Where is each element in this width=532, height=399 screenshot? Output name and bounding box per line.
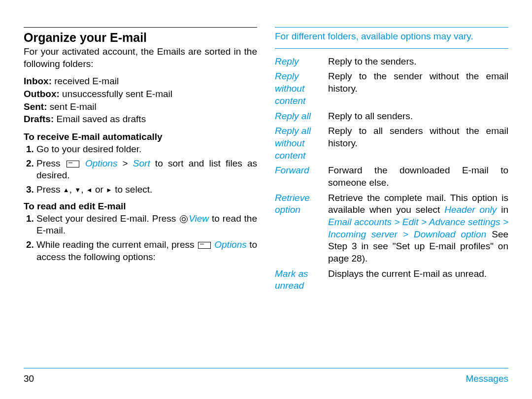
menu-path: Options: [80, 158, 118, 168]
menu-path: Sort: [133, 158, 150, 168]
menu-path: Header only: [444, 204, 497, 215]
arrow-left-icon: ◄: [86, 186, 93, 194]
section-title: Organize your E-mail: [24, 31, 257, 45]
option-desc: Displays the current E-mail as unread.: [328, 268, 508, 292]
options-note: For different folders, available options…: [275, 28, 508, 45]
steps-receive: Go to your desired folder. Press Options…: [24, 143, 257, 196]
list-item: Press ▲, ▼, ◄ or ► to select.: [36, 184, 257, 196]
table-row: ReplyReply to the senders.: [275, 56, 508, 68]
option-label: Retrieve option: [275, 192, 328, 265]
folder-desc: received E-mail: [52, 76, 119, 86]
option-label: Reply all without content: [275, 125, 328, 162]
page-footer: 30 Messages: [24, 368, 508, 384]
list-item: Go to your desired folder.: [36, 143, 257, 156]
table-row: Mark as unreadDisplays the current E-mai…: [275, 268, 508, 292]
arrow-right-icon: ►: [106, 186, 112, 194]
options-table: ReplyReply to the senders. Reply without…: [275, 53, 508, 295]
option-desc: Reply to all senders.: [328, 110, 508, 123]
folder-desc: Email saved as drafts: [54, 114, 146, 124]
menu-path: View: [189, 213, 209, 224]
center-key-icon: [180, 215, 188, 223]
option-desc: Reply to the senders.: [328, 56, 508, 68]
table-row: Retrieve option Retrieve the complete ma…: [275, 192, 508, 265]
option-label: Reply all: [275, 110, 328, 123]
option-desc: Reply to the sender without the email hi…: [328, 70, 508, 107]
folder-name: Inbox:: [24, 76, 52, 86]
folder-desc: sent E-mail: [47, 101, 97, 112]
table-row: Reply all without contentReply to all se…: [275, 125, 508, 162]
arrow-down-icon: ▼: [74, 186, 81, 194]
menu-path: Options: [212, 239, 247, 250]
arrow-up-icon: ▲: [63, 186, 69, 194]
table-row: Reply allReply to all senders.: [275, 110, 508, 123]
folder-name: Drafts:: [24, 114, 54, 124]
menu-path: Download option: [414, 229, 486, 239]
page-number: 30: [24, 373, 34, 384]
option-desc: Retrieve the complete mail. This option …: [328, 192, 508, 265]
table-row: ForwardForward the downloaded E-mail to …: [275, 165, 508, 189]
folder-name: Sent:: [24, 101, 47, 112]
menu-path: Edit: [402, 217, 419, 227]
option-label: Mark as unread: [275, 268, 328, 292]
option-label: Reply without content: [275, 70, 328, 107]
list-item: Press Options > Sort to sort and list fi…: [36, 158, 257, 182]
menu-path: Advance settings: [429, 217, 500, 227]
list-item: Select your desired E-mail. Press View t…: [36, 213, 257, 237]
subheading-read: To read and edit E-mail: [24, 201, 257, 212]
folder-desc: unsuccessfully sent E-mail: [60, 89, 172, 99]
menu-path: Incoming server: [328, 229, 398, 239]
steps-read: Select your desired E-mail. Press View t…: [24, 213, 257, 264]
folder-list: Inbox: received E-mail Outbox: unsuccess…: [24, 75, 257, 126]
softkey-icon: [66, 161, 79, 167]
list-item: While reading the current email, press O…: [36, 239, 257, 263]
option-label: Forward: [275, 165, 328, 189]
softkey-icon: [198, 242, 211, 249]
option-desc: Forward the downloaded E-mail to someone…: [328, 165, 508, 189]
folder-name: Outbox:: [24, 89, 60, 99]
subheading-receive: To receive E-mail automatically: [24, 132, 257, 142]
table-row: Reply without contentReply to the sender…: [275, 70, 508, 107]
menu-path: Email accounts: [328, 217, 392, 227]
option-desc: Reply to all senders without the email h…: [328, 125, 508, 162]
intro-text: For your activated account, the Emails a…: [24, 46, 257, 70]
option-label: Reply: [275, 56, 328, 68]
section-name: Messages: [466, 373, 508, 384]
